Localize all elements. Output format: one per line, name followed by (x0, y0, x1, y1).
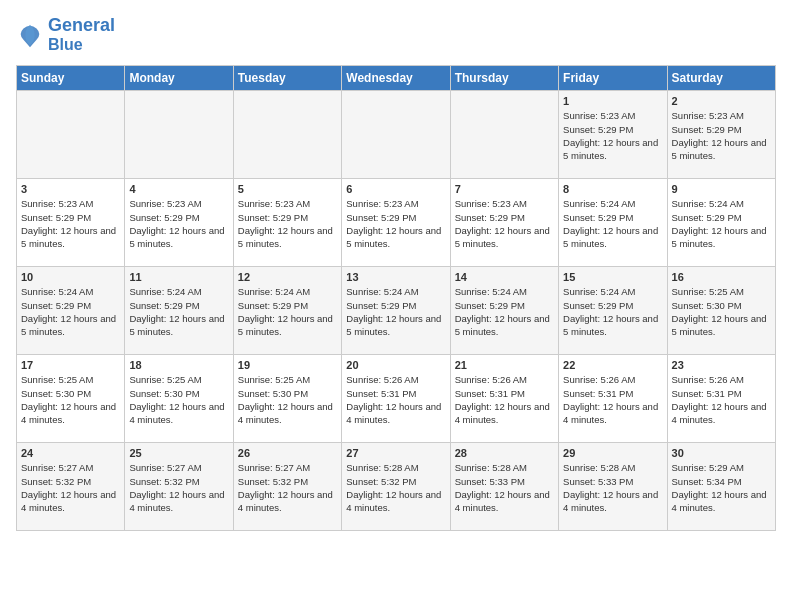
day-info: Sunrise: 5:28 AMSunset: 5:33 PMDaylight:… (563, 461, 662, 514)
calendar-cell (450, 91, 558, 179)
day-info: Sunrise: 5:23 AMSunset: 5:29 PMDaylight:… (563, 109, 662, 162)
day-info: Sunrise: 5:24 AMSunset: 5:29 PMDaylight:… (455, 285, 554, 338)
day-number: 10 (21, 271, 120, 283)
day-number: 23 (672, 359, 771, 371)
calendar-cell: 28Sunrise: 5:28 AMSunset: 5:33 PMDayligh… (450, 443, 558, 531)
day-info: Sunrise: 5:24 AMSunset: 5:29 PMDaylight:… (238, 285, 337, 338)
day-info: Sunrise: 5:25 AMSunset: 5:30 PMDaylight:… (238, 373, 337, 426)
day-info: Sunrise: 5:25 AMSunset: 5:30 PMDaylight:… (129, 373, 228, 426)
day-info: Sunrise: 5:26 AMSunset: 5:31 PMDaylight:… (346, 373, 445, 426)
day-number: 25 (129, 447, 228, 459)
day-info: Sunrise: 5:26 AMSunset: 5:31 PMDaylight:… (563, 373, 662, 426)
day-number: 14 (455, 271, 554, 283)
calendar-cell: 26Sunrise: 5:27 AMSunset: 5:32 PMDayligh… (233, 443, 341, 531)
day-info: Sunrise: 5:23 AMSunset: 5:29 PMDaylight:… (238, 197, 337, 250)
calendar-cell: 10Sunrise: 5:24 AMSunset: 5:29 PMDayligh… (17, 267, 125, 355)
day-number: 28 (455, 447, 554, 459)
day-number: 8 (563, 183, 662, 195)
calendar-week-row: 17Sunrise: 5:25 AMSunset: 5:30 PMDayligh… (17, 355, 776, 443)
day-number: 3 (21, 183, 120, 195)
day-info: Sunrise: 5:25 AMSunset: 5:30 PMDaylight:… (672, 285, 771, 338)
calendar-cell: 15Sunrise: 5:24 AMSunset: 5:29 PMDayligh… (559, 267, 667, 355)
calendar-cell: 12Sunrise: 5:24 AMSunset: 5:29 PMDayligh… (233, 267, 341, 355)
calendar-week-row: 3Sunrise: 5:23 AMSunset: 5:29 PMDaylight… (17, 179, 776, 267)
day-info: Sunrise: 5:25 AMSunset: 5:30 PMDaylight:… (21, 373, 120, 426)
day-number: 4 (129, 183, 228, 195)
day-header-tuesday: Tuesday (233, 66, 341, 91)
day-header-monday: Monday (125, 66, 233, 91)
day-info: Sunrise: 5:26 AMSunset: 5:31 PMDaylight:… (672, 373, 771, 426)
day-info: Sunrise: 5:24 AMSunset: 5:29 PMDaylight:… (672, 197, 771, 250)
day-number: 12 (238, 271, 337, 283)
day-info: Sunrise: 5:24 AMSunset: 5:29 PMDaylight:… (129, 285, 228, 338)
calendar-cell: 20Sunrise: 5:26 AMSunset: 5:31 PMDayligh… (342, 355, 450, 443)
calendar: SundayMondayTuesdayWednesdayThursdayFrid… (16, 65, 776, 531)
calendar-cell: 18Sunrise: 5:25 AMSunset: 5:30 PMDayligh… (125, 355, 233, 443)
logo-subtext: Blue (48, 36, 115, 54)
calendar-cell: 30Sunrise: 5:29 AMSunset: 5:34 PMDayligh… (667, 443, 775, 531)
calendar-cell: 9Sunrise: 5:24 AMSunset: 5:29 PMDaylight… (667, 179, 775, 267)
day-header-wednesday: Wednesday (342, 66, 450, 91)
day-number: 17 (21, 359, 120, 371)
day-info: Sunrise: 5:23 AMSunset: 5:29 PMDaylight:… (129, 197, 228, 250)
calendar-cell: 13Sunrise: 5:24 AMSunset: 5:29 PMDayligh… (342, 267, 450, 355)
day-number: 11 (129, 271, 228, 283)
calendar-cell: 21Sunrise: 5:26 AMSunset: 5:31 PMDayligh… (450, 355, 558, 443)
day-number: 13 (346, 271, 445, 283)
calendar-week-row: 24Sunrise: 5:27 AMSunset: 5:32 PMDayligh… (17, 443, 776, 531)
calendar-week-row: 10Sunrise: 5:24 AMSunset: 5:29 PMDayligh… (17, 267, 776, 355)
day-number: 15 (563, 271, 662, 283)
calendar-cell (342, 91, 450, 179)
day-info: Sunrise: 5:24 AMSunset: 5:29 PMDaylight:… (563, 285, 662, 338)
calendar-cell: 6Sunrise: 5:23 AMSunset: 5:29 PMDaylight… (342, 179, 450, 267)
calendar-cell: 2Sunrise: 5:23 AMSunset: 5:29 PMDaylight… (667, 91, 775, 179)
calendar-cell: 7Sunrise: 5:23 AMSunset: 5:29 PMDaylight… (450, 179, 558, 267)
calendar-cell: 27Sunrise: 5:28 AMSunset: 5:32 PMDayligh… (342, 443, 450, 531)
day-number: 29 (563, 447, 662, 459)
calendar-cell: 29Sunrise: 5:28 AMSunset: 5:33 PMDayligh… (559, 443, 667, 531)
calendar-cell (125, 91, 233, 179)
day-number: 7 (455, 183, 554, 195)
day-number: 26 (238, 447, 337, 459)
day-number: 27 (346, 447, 445, 459)
day-header-saturday: Saturday (667, 66, 775, 91)
calendar-cell: 11Sunrise: 5:24 AMSunset: 5:29 PMDayligh… (125, 267, 233, 355)
calendar-cell: 4Sunrise: 5:23 AMSunset: 5:29 PMDaylight… (125, 179, 233, 267)
calendar-cell (233, 91, 341, 179)
day-info: Sunrise: 5:23 AMSunset: 5:29 PMDaylight:… (21, 197, 120, 250)
day-number: 6 (346, 183, 445, 195)
calendar-cell: 1Sunrise: 5:23 AMSunset: 5:29 PMDaylight… (559, 91, 667, 179)
calendar-cell: 17Sunrise: 5:25 AMSunset: 5:30 PMDayligh… (17, 355, 125, 443)
day-number: 9 (672, 183, 771, 195)
day-number: 5 (238, 183, 337, 195)
day-info: Sunrise: 5:27 AMSunset: 5:32 PMDaylight:… (129, 461, 228, 514)
calendar-cell: 16Sunrise: 5:25 AMSunset: 5:30 PMDayligh… (667, 267, 775, 355)
day-number: 1 (563, 95, 662, 107)
day-header-sunday: Sunday (17, 66, 125, 91)
calendar-cell: 5Sunrise: 5:23 AMSunset: 5:29 PMDaylight… (233, 179, 341, 267)
day-number: 2 (672, 95, 771, 107)
day-header-friday: Friday (559, 66, 667, 91)
day-number: 24 (21, 447, 120, 459)
day-info: Sunrise: 5:24 AMSunset: 5:29 PMDaylight:… (21, 285, 120, 338)
calendar-header-row: SundayMondayTuesdayWednesdayThursdayFrid… (17, 66, 776, 91)
day-info: Sunrise: 5:28 AMSunset: 5:33 PMDaylight:… (455, 461, 554, 514)
day-info: Sunrise: 5:23 AMSunset: 5:29 PMDaylight:… (346, 197, 445, 250)
day-info: Sunrise: 5:26 AMSunset: 5:31 PMDaylight:… (455, 373, 554, 426)
logo-icon (16, 21, 44, 49)
calendar-cell: 25Sunrise: 5:27 AMSunset: 5:32 PMDayligh… (125, 443, 233, 531)
logo-text: General (48, 16, 115, 36)
day-number: 16 (672, 271, 771, 283)
day-info: Sunrise: 5:24 AMSunset: 5:29 PMDaylight:… (563, 197, 662, 250)
calendar-cell: 3Sunrise: 5:23 AMSunset: 5:29 PMDaylight… (17, 179, 125, 267)
calendar-cell: 19Sunrise: 5:25 AMSunset: 5:30 PMDayligh… (233, 355, 341, 443)
page-header: General Blue (16, 16, 776, 53)
day-number: 30 (672, 447, 771, 459)
day-info: Sunrise: 5:27 AMSunset: 5:32 PMDaylight:… (238, 461, 337, 514)
calendar-cell: 24Sunrise: 5:27 AMSunset: 5:32 PMDayligh… (17, 443, 125, 531)
day-number: 21 (455, 359, 554, 371)
calendar-cell: 8Sunrise: 5:24 AMSunset: 5:29 PMDaylight… (559, 179, 667, 267)
day-info: Sunrise: 5:29 AMSunset: 5:34 PMDaylight:… (672, 461, 771, 514)
day-number: 19 (238, 359, 337, 371)
day-info: Sunrise: 5:23 AMSunset: 5:29 PMDaylight:… (672, 109, 771, 162)
